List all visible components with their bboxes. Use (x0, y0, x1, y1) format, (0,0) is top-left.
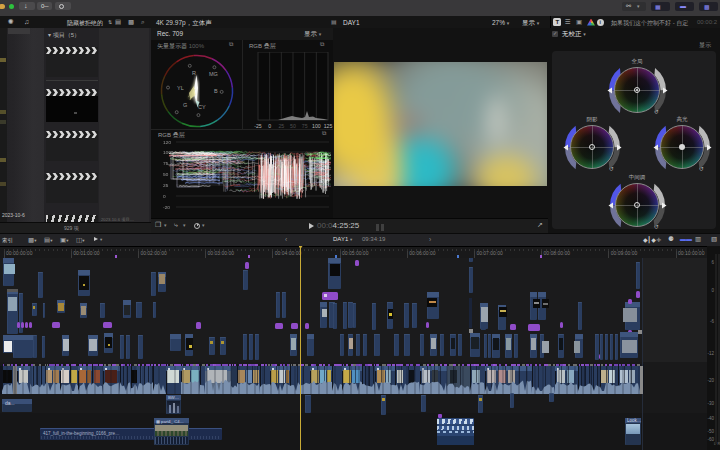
svg-text:0: 0 (268, 123, 271, 129)
svg-text:50: 50 (290, 123, 296, 129)
svg-text:YL: YL (177, 85, 184, 91)
svg-text:-25: -25 (254, 123, 262, 129)
svg-text:R: R (192, 70, 196, 76)
svg-text:75: 75 (301, 123, 307, 129)
svg-text:125: 125 (323, 123, 332, 129)
svg-text:CY: CY (198, 104, 206, 110)
svg-text:100: 100 (312, 123, 321, 129)
svg-text:25: 25 (278, 123, 284, 129)
svg-text:G: G (183, 102, 187, 108)
svg-text:B: B (214, 88, 218, 94)
svg-text:MG: MG (209, 71, 218, 77)
